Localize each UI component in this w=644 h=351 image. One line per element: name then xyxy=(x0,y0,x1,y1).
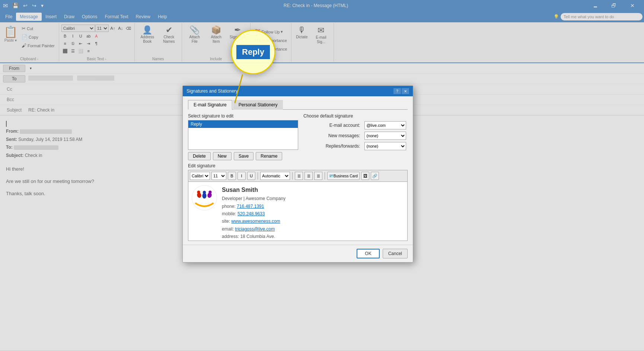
tab-personal-stationery[interactable]: Personal Stationery xyxy=(233,100,283,110)
sig-list-item-reply[interactable]: Reply xyxy=(188,120,298,128)
choose-default-label: Choose default signature xyxy=(303,113,408,119)
sig-content: Susan Smith Developer | Awesome Company … xyxy=(191,185,404,241)
svg-point-6 xyxy=(208,190,211,193)
dialog-close-btn[interactable]: ✕ xyxy=(402,88,409,94)
save-sig-btn[interactable]: Save xyxy=(234,152,254,160)
dialog-title-bar: Signatures and Stationery ? ✕ xyxy=(183,86,413,96)
sig-title: Developer | Awesome Company xyxy=(222,195,286,202)
sig-toolbar-divider1 xyxy=(258,172,258,180)
svg-point-4 xyxy=(203,191,206,194)
new-messages-label: New messages: xyxy=(303,131,363,141)
signatures-dialog: Signatures and Stationery ? ✕ E-mail Sig… xyxy=(182,86,413,263)
rename-sig-btn[interactable]: Rename xyxy=(256,152,282,160)
delete-sig-btn[interactable]: Delete xyxy=(188,152,211,160)
sig-mobile: mobile: 520.248.9633 xyxy=(222,210,286,218)
sig-align-center-btn[interactable]: ☰ xyxy=(305,172,313,180)
callout-text: Reply xyxy=(236,45,270,59)
sig-phone: phone: 716.487.1391 xyxy=(222,203,286,210)
sig-toolbar-divider2 xyxy=(292,172,293,180)
sig-phone-value[interactable]: 716.487.1391 xyxy=(237,204,264,209)
edit-sig-label: Edit signature xyxy=(188,163,408,168)
sig-color-select[interactable]: Automatic xyxy=(260,172,290,180)
sig-link-btn[interactable]: 🔗 xyxy=(371,172,379,180)
sig-toolbar-divider3 xyxy=(325,172,325,180)
sig-address: address: 18 Columbia Ave. xyxy=(222,233,286,240)
sig-site-value[interactable]: www.awesomeness.com xyxy=(231,219,280,224)
sig-align-left-btn[interactable]: ☰ xyxy=(295,172,303,180)
sig-mobile-value[interactable]: 520.248.9633 xyxy=(237,211,265,216)
ok-btn[interactable]: OK xyxy=(357,249,379,258)
sig-buttons: Delete New Save Rename xyxy=(188,152,298,160)
dialog-body: E-mail Signature Personal Stationery Sel… xyxy=(183,96,413,245)
sig-address-value: 18 Columbia Ave. xyxy=(240,234,275,239)
dialog-tabs: E-mail Signature Personal Stationery xyxy=(188,100,408,110)
svg-point-2 xyxy=(197,190,200,193)
sig-size-select[interactable]: 11 xyxy=(211,172,226,180)
replies-label: Replies/forwards: xyxy=(303,141,363,151)
sig-left-panel: Select signature to edit Reply Delete Ne… xyxy=(188,113,298,160)
cancel-btn[interactable]: Cancel xyxy=(383,249,408,258)
replies-select[interactable]: (none) xyxy=(364,142,406,150)
tab-email-signature[interactable]: E-mail Signature xyxy=(188,100,232,110)
edit-sig-section: Edit signature Calibri 11 B I U Automati… xyxy=(188,163,408,241)
callout-circle: Reply xyxy=(231,30,275,74)
dialog-title: Signatures and Stationery xyxy=(186,88,238,94)
sig-logo xyxy=(191,185,217,241)
default-sig-table: E-mail account: @live.com New messages: xyxy=(303,120,408,151)
sig-business-card-btn[interactable]: 🪪 Business Card xyxy=(327,172,360,180)
dialog-help-btn[interactable]: ? xyxy=(393,88,401,94)
sig-right-panel: Choose default signature E-mail account:… xyxy=(303,113,408,160)
select-sig-label: Select signature to edit xyxy=(188,113,298,119)
sig-columns: Select signature to edit Reply Delete Ne… xyxy=(188,113,408,160)
callout: Reply xyxy=(231,30,275,74)
dialog-footer: OK Cancel xyxy=(183,245,413,262)
sig-list[interactable]: Reply xyxy=(188,120,298,150)
sig-email: email: triciagoss@live.com xyxy=(222,225,286,233)
sig-bold-btn[interactable]: B xyxy=(228,172,236,180)
sig-underline-btn[interactable]: U xyxy=(247,172,255,180)
sig-align-right-btn[interactable]: ☰ xyxy=(314,172,322,180)
dialog-title-btns: ? ✕ xyxy=(393,88,409,94)
edit-sig-toolbar: Calibri 11 B I U Automatic ☰ ☰ ☰ xyxy=(188,170,408,181)
new-sig-btn[interactable]: New xyxy=(213,152,232,160)
edit-sig-area[interactable]: Susan Smith Developer | Awesome Company … xyxy=(188,181,408,241)
dialog-backdrop: Signatures and Stationery ? ✕ E-mail Sig… xyxy=(0,0,644,351)
sig-email-value[interactable]: triciagoss@live.com xyxy=(235,226,275,232)
new-messages-select[interactable]: (none) xyxy=(364,132,406,140)
sig-site: site: www.awesomeness.com xyxy=(222,218,286,225)
sig-name: Susan Smith xyxy=(222,185,286,195)
business-card-icon: 🪪 xyxy=(329,174,334,178)
email-account-select[interactable]: @live.com xyxy=(364,121,406,129)
sig-info: Susan Smith Developer | Awesome Company … xyxy=(222,185,286,241)
sig-font-select[interactable]: Calibri xyxy=(190,172,210,180)
email-account-label: E-mail account: xyxy=(303,120,363,131)
sig-italic-btn[interactable]: I xyxy=(237,172,246,180)
sig-image-btn[interactable]: 🖼 xyxy=(361,172,369,180)
